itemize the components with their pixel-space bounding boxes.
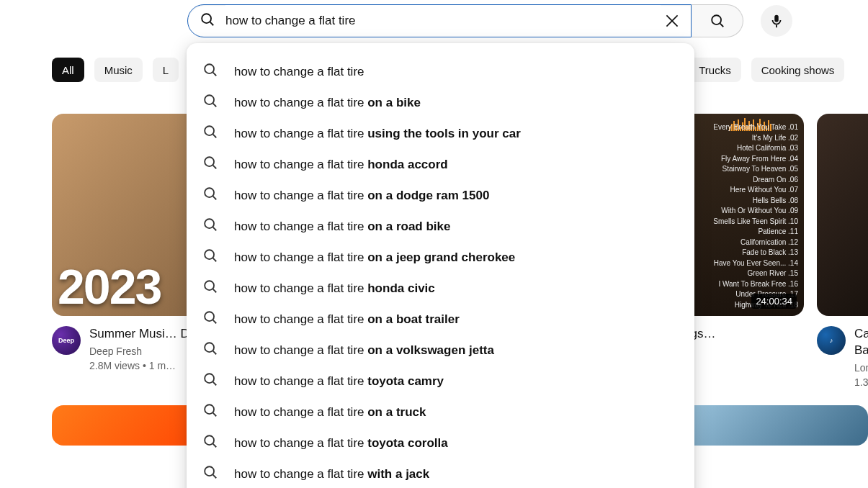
thumbnail-year-overlay: 2023 (58, 258, 161, 315)
svg-line-1 (210, 22, 214, 26)
search-icon (202, 279, 218, 298)
suggestion-text: how to change a flat tire using the tool… (234, 127, 521, 141)
svg-line-22 (213, 289, 217, 293)
chip-partial[interactable]: L (153, 58, 179, 82)
suggestion-text: how to change a flat tire on a boat trai… (234, 312, 460, 327)
suggestion-row[interactable]: how to change a flat tire honda civic (187, 273, 694, 304)
svg-point-4 (712, 15, 721, 24)
search-icon (202, 93, 218, 112)
search-icon (200, 12, 215, 30)
suggestion-row[interactable]: how to change a flat tire toyota corolla (187, 428, 694, 458)
svg-line-16 (213, 196, 217, 200)
search-icon (202, 248, 218, 267)
video-card[interactable]: ♪ Cafe Bac… Lone… 1.3M (817, 114, 868, 388)
video-title[interactable]: Cafe Bac… (854, 326, 868, 359)
video-thumbnail[interactable] (817, 114, 868, 316)
svg-line-30 (213, 413, 217, 417)
svg-line-32 (213, 444, 217, 448)
search-icon (202, 186, 218, 205)
svg-line-5 (720, 24, 723, 27)
search-input[interactable] (225, 5, 661, 37)
suggestion-row[interactable]: how to change a flat tire on a bike (187, 87, 694, 118)
suggestion-row[interactable]: how to change a flat tire on a volkswage… (187, 335, 694, 366)
suggestion-row[interactable]: how to change a flat tire toyota camry (187, 366, 694, 397)
suggestion-text: how to change a flat tire honda civic (234, 281, 435, 296)
svg-line-10 (213, 104, 217, 107)
chip-trucks[interactable]: Trucks (689, 58, 741, 82)
suggestion-text: how to change a flat tire on a road bike (234, 220, 450, 234)
chip-music[interactable]: Music (94, 58, 143, 82)
svg-point-25 (205, 343, 214, 352)
search-icon (202, 124, 218, 143)
search-icon (202, 340, 218, 360)
svg-point-33 (205, 466, 214, 476)
svg-line-14 (213, 166, 217, 169)
svg-line-18 (213, 227, 217, 231)
suggestion-text: how to change a flat tire toyota corolla (234, 436, 448, 451)
svg-point-13 (205, 157, 214, 166)
suggestion-text: how to change a flat tire with a jack (234, 467, 429, 482)
search-icon (202, 155, 218, 174)
suggestion-text: how to change a flat tire on a bike (234, 96, 421, 110)
svg-point-0 (202, 14, 211, 23)
suggestion-row[interactable]: how to change a flat tire using the tool… (187, 118, 694, 149)
search-icon (202, 433, 218, 453)
chip-all[interactable]: All (52, 58, 84, 82)
search-icon (202, 371, 218, 391)
svg-line-24 (213, 320, 217, 324)
svg-line-8 (213, 73, 217, 76)
video-stats: 1.3M (854, 376, 868, 388)
suggestion-text: how to change a flat tire toyota camry (234, 374, 444, 389)
channel-avatar[interactable]: ♪ (817, 326, 846, 355)
suggestion-row[interactable]: how to change a flat tire on a boat trai… (187, 304, 694, 335)
search-button[interactable] (692, 4, 743, 37)
channel-name[interactable]: Lone… (854, 362, 868, 374)
svg-point-17 (205, 219, 214, 228)
suggestion-text: how to change a flat tire (234, 65, 364, 79)
suggestion-text: how to change a flat tire on a volkswage… (234, 343, 494, 358)
svg-point-9 (205, 95, 214, 104)
svg-point-23 (205, 312, 214, 321)
suggestion-row[interactable]: how to change a flat tire (187, 56, 694, 87)
search-suggestions-dropdown: how to change a flat tirehow to change a… (187, 43, 694, 488)
suggestion-row[interactable]: how to change a flat tire on a jeep gran… (187, 242, 694, 273)
duration-badge: 24:00:34 (751, 294, 797, 309)
suggestion-row[interactable]: how to change a flat tire on a truck (187, 397, 694, 428)
svg-line-12 (213, 135, 217, 138)
svg-point-29 (205, 405, 214, 414)
suggestion-row[interactable]: how to change a flat tire honda accord (187, 149, 694, 180)
suggestion-text: how to change a flat tire honda accord (234, 158, 448, 172)
chip-cooking-shows[interactable]: Cooking shows (751, 58, 845, 82)
svg-line-28 (213, 382, 217, 386)
search-icon (202, 464, 218, 484)
suggestion-text: how to change a flat tire on a jeep gran… (234, 250, 515, 265)
suggestion-text: how to change a flat tire on a dodge ram… (234, 189, 489, 203)
svg-point-21 (205, 281, 214, 290)
suggestion-row[interactable]: how to change a flat tire on a road bike (187, 211, 694, 242)
svg-line-34 (213, 475, 217, 479)
suggestion-row[interactable]: how to change a flat tire on a dodge ram… (187, 180, 694, 211)
suggestion-text: how to change a flat tire on a truck (234, 405, 426, 420)
svg-point-31 (205, 435, 214, 445)
search-icon (202, 62, 218, 81)
video-thumbnail[interactable] (674, 405, 868, 446)
svg-point-7 (205, 64, 214, 73)
svg-point-19 (205, 250, 214, 259)
svg-point-11 (205, 126, 214, 135)
svg-line-20 (213, 258, 217, 262)
svg-rect-6 (776, 25, 777, 28)
svg-line-26 (213, 351, 217, 355)
search-icon (202, 402, 218, 422)
svg-point-27 (205, 374, 214, 383)
search-icon (202, 217, 218, 236)
voice-search-button[interactable] (761, 5, 792, 37)
channel-avatar[interactable]: Deep (52, 326, 81, 355)
search-field-container (187, 4, 692, 37)
search-icon (202, 309, 218, 329)
tracklist-overlay: Every Breath You Take .01It's My Life .0… (713, 122, 798, 310)
clear-search-button[interactable] (661, 9, 684, 32)
suggestion-row[interactable]: how to change a flat tire with a jack (187, 458, 694, 488)
svg-point-15 (205, 188, 214, 197)
